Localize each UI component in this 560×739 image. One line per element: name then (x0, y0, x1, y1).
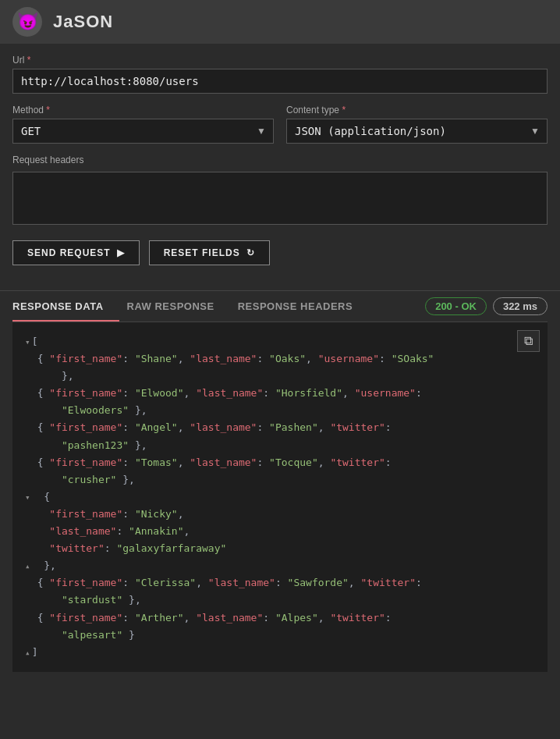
request-headers-section: Request headers (12, 155, 548, 228)
reset-fields-icon: ↻ (246, 247, 255, 258)
content-type-select-wrapper: JSON (application/json) XML (application… (286, 119, 548, 144)
app-title: JaSON (53, 12, 113, 32)
app-header: 😈 JaSON (0, 0, 560, 44)
content-type-label: Content type * (286, 105, 548, 115)
request-headers-label: Request headers (12, 155, 548, 165)
copy-response-button[interactable]: ⧉ (517, 330, 540, 352)
action-buttons-row: SEND REQUEST ▶ RESET FIELDS ↻ (12, 240, 548, 265)
method-label: Method * (12, 105, 274, 115)
reset-fields-button[interactable]: RESET FIELDS ↻ (149, 240, 270, 265)
response-tabs-section: RESPONSE DATA RAW RESPONSE RESPONSE HEAD… (0, 291, 560, 322)
response-data-area: ⧉ ▾[ { "first_name": "Shane", "last_name… (12, 322, 548, 672)
response-json-content: ▾[ { "first_name": "Shane", "last_name":… (25, 333, 535, 661)
response-area-wrap: ⧉ ▾[ { "first_name": "Shane", "last_name… (0, 322, 560, 684)
url-field-group: Url * (12, 55, 548, 94)
method-select-wrapper: GET POST PUT DELETE PATCH ▼ (12, 119, 274, 144)
response-tabs: RESPONSE DATA RAW RESPONSE RESPONSE HEAD… (12, 291, 548, 322)
content-type-select[interactable]: JSON (application/json) XML (application… (286, 119, 548, 144)
tab-response-headers[interactable]: RESPONSE HEADERS (238, 291, 368, 322)
main-content: Url * Method * GET POST PUT DELETE PATCH… (0, 44, 560, 276)
send-request-icon: ▶ (117, 247, 125, 258)
reset-fields-label: RESET FIELDS (164, 247, 240, 258)
url-label: Url * (12, 55, 548, 66)
request-headers-input[interactable] (12, 172, 548, 225)
method-select[interactable]: GET POST PUT DELETE PATCH (12, 119, 274, 144)
method-field-group: Method * GET POST PUT DELETE PATCH ▼ (12, 105, 274, 144)
method-contenttype-row: Method * GET POST PUT DELETE PATCH ▼ Con… (12, 105, 548, 144)
send-request-button[interactable]: SEND REQUEST ▶ (12, 240, 140, 265)
avatar-icon: 😈 (17, 12, 38, 32)
send-request-label: SEND REQUEST (27, 247, 111, 258)
url-input[interactable] (12, 69, 548, 94)
tab-raw-response[interactable]: RAW RESPONSE (127, 291, 230, 322)
tab-response-data[interactable]: RESPONSE DATA (12, 291, 119, 322)
app-avatar: 😈 (12, 7, 42, 37)
time-badge: 322 ms (493, 297, 548, 315)
content-type-field-group: Content type * JSON (application/json) X… (286, 105, 548, 144)
status-badge: 200 - OK (425, 297, 487, 315)
